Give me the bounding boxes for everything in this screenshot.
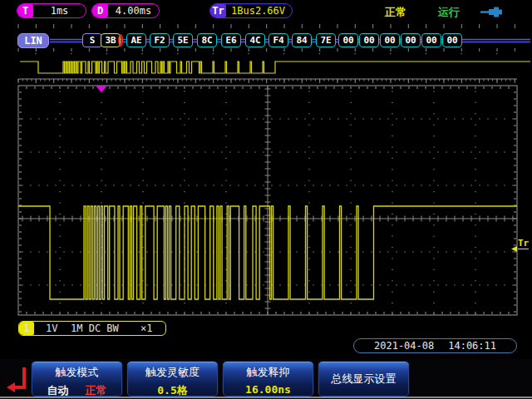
- timebase-value: 1ms: [33, 5, 86, 17]
- trigger-level: 2.66V: [255, 5, 285, 17]
- run-state-status: 运行: [438, 5, 460, 20]
- trigger-label: Tr: [210, 4, 226, 17]
- time-text: 14:06:11: [448, 340, 496, 352]
- bus-protocol-badge[interactable]: LIN: [17, 33, 49, 48]
- delay-label: D: [92, 4, 108, 17]
- decoded-byte-AE: AE: [126, 33, 146, 47]
- channel-scale: 1V: [46, 323, 57, 334]
- softkey-2[interactable]: 触发灵敏度0.5格: [126, 361, 219, 397]
- usb-plug-icon: [480, 6, 507, 18]
- trigger-pill[interactable]: Tr 1 Bus 2.66V: [209, 3, 293, 18]
- trigger-position-icon[interactable]: [96, 86, 107, 92]
- decoded-byte-S: S: [82, 33, 102, 47]
- timebase-pill[interactable]: T 1ms: [17, 3, 86, 18]
- delay-value: 4.00ms: [108, 5, 159, 17]
- sweep-mode-status: 正常: [385, 5, 406, 20]
- softkey-1[interactable]: 触发模式自动正常: [31, 361, 123, 397]
- decoded-byte-00: 00: [442, 33, 462, 47]
- softkey-4[interactable]: 总线显示设置: [318, 361, 410, 397]
- delay-pill[interactable]: D 4.00ms: [91, 3, 160, 18]
- decoded-byte-4C: 4C: [245, 33, 265, 47]
- menu-divider: [0, 397, 532, 398]
- decoded-byte-00: 00: [380, 33, 400, 47]
- date-text: 2021-04-08: [374, 340, 434, 352]
- trigger-type: Bus: [237, 5, 255, 17]
- trigger-level-arrow-icon[interactable]: [511, 246, 517, 252]
- decoded-byte-00: 00: [421, 33, 441, 47]
- decoded-byte-00: 00: [401, 33, 421, 47]
- decoded-byte-84: 84: [292, 33, 312, 47]
- channel1-badge[interactable]: 1 1V 1M DC BW ×1: [18, 321, 166, 336]
- decoded-byte-00: 00: [338, 33, 358, 47]
- decoded-byte-8C: 8C: [197, 33, 217, 47]
- overview-waveform: [20, 62, 530, 73]
- decoded-byte-E6: E6: [221, 33, 241, 47]
- decoded-byte-00: 00: [359, 33, 379, 47]
- softkey-title: 触发模式: [32, 365, 122, 380]
- timebase-label: T: [17, 4, 33, 17]
- softkey-3[interactable]: 触发释抑16.00ns: [222, 361, 314, 397]
- datetime-box: 2021-04-08 14:06:11: [353, 338, 517, 353]
- trigger-source: 1: [231, 5, 237, 17]
- softkey-title: 触发释抑: [223, 365, 313, 380]
- decoded-byte-F2: F2: [150, 33, 170, 47]
- softkey-value: 16.00ns: [245, 383, 291, 396]
- decoded-byte-7E: 7E: [316, 33, 336, 47]
- softkey-title: 总线显示设置: [332, 372, 397, 387]
- channel-number: 1: [19, 322, 34, 335]
- channel-probe-ratio: ×1: [140, 323, 152, 334]
- decoded-byte-F4: F4: [268, 33, 288, 47]
- channel-coupling: 1M DC BW: [71, 323, 119, 334]
- trigger-point-marker: [118, 34, 123, 47]
- softkey-title: 触发灵敏度: [127, 365, 218, 380]
- return-arrow-icon[interactable]: [4, 362, 29, 396]
- oscilloscope-screen: T 1ms D 4.00ms Tr 1 Bus 2.66V 正常 运行 LIN …: [0, 0, 532, 399]
- softkey-menu: 触发模式自动正常触发灵敏度0.5格触发释抑16.00ns总线显示设置: [0, 359, 532, 399]
- trigger-level-marker[interactable]: Tr: [518, 239, 529, 249]
- decoded-byte-5E: 5E: [173, 33, 193, 47]
- graticule: [18, 24, 517, 315]
